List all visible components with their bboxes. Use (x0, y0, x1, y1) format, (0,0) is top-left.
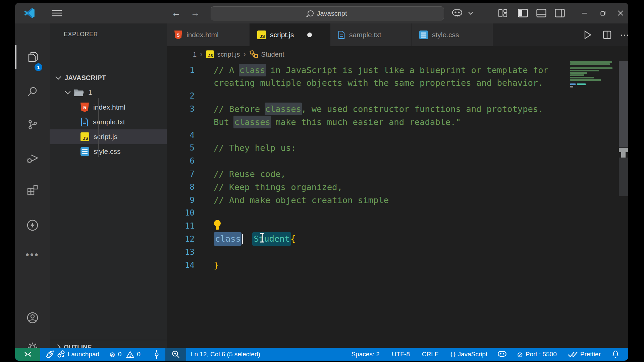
code-line[interactable]: 7// Reuse code, (167, 167, 572, 180)
code-editor[interactable]: 1// A class in JavaScript is just like a… (167, 62, 572, 348)
window-close-button[interactable] (613, 3, 628, 23)
indentation-item[interactable]: Spaces: 2 (351, 351, 380, 358)
code-line[interactable]: 5// They help us: (167, 141, 572, 155)
cursor-position-item[interactable]: Ln 12, Col 6 (5 selected) (191, 351, 260, 358)
window-minimize-button[interactable] (577, 3, 592, 23)
editor-scrollbar[interactable] (619, 46, 628, 348)
chevron-down-icon (65, 89, 71, 95)
js-file-icon: JS (206, 50, 214, 58)
problems-item[interactable]: ⊗ 0 0 (109, 351, 141, 358)
lightbulb-icon (214, 220, 221, 231)
customize-layout-icon[interactable] (495, 3, 510, 23)
line-number[interactable]: 14 (167, 260, 195, 270)
code-line[interactable]: 10 (167, 206, 572, 220)
port-label: Port : 5500 (526, 351, 557, 358)
code-line[interactable]: 2 (167, 89, 572, 103)
menu-hamburger-icon[interactable] (47, 3, 67, 23)
zoom-indicator[interactable] (165, 348, 186, 361)
code-line[interactable]: creating multiple objects with the same … (167, 76, 572, 89)
code-line[interactable]: 14} (167, 258, 572, 272)
line-number[interactable]: 5 (167, 143, 195, 153)
code-text: class Student{ (214, 234, 296, 245)
tree-folder-1[interactable]: 1 (50, 85, 183, 100)
code-text: But classes make this much easier and re… (214, 117, 461, 127)
status-bar: Launchpad ⊗ 0 0 Ln 12, Col 6 (5 selected… (15, 348, 628, 361)
minimap[interactable] (570, 53, 617, 227)
file-label: script.js (94, 133, 117, 141)
code-line[interactable]: 8// Keep things organized, (167, 180, 572, 193)
encoding-item[interactable]: UTF-8 (392, 351, 410, 358)
error-circle-icon: ⊗ (109, 351, 115, 358)
line-number[interactable]: 7 (167, 169, 195, 179)
extensions-icon[interactable] (15, 178, 50, 202)
editor-more-actions-icon[interactable]: ⋯ (618, 29, 628, 41)
run-debug-icon[interactable] (15, 146, 50, 170)
code-text: // A class in JavaScript is just like a … (214, 65, 548, 75)
thunder-client-icon[interactable] (15, 213, 50, 237)
tab-script-js[interactable]: JS script.js (250, 23, 330, 46)
remote-indicator[interactable] (15, 348, 40, 361)
breadcrumb-file[interactable]: script.js (217, 51, 240, 58)
line-number[interactable]: 11 (167, 221, 195, 231)
code-token: // Keep things organized, (214, 182, 342, 192)
source-control-icon[interactable] (15, 113, 50, 137)
antenna-icon[interactable] (154, 350, 159, 359)
search-view-icon[interactable] (15, 80, 50, 104)
line-number[interactable]: 10 (167, 208, 195, 218)
code-line[interactable]: 6 (167, 155, 572, 168)
more-views-icon[interactable]: ••• (15, 243, 50, 267)
modified-dot-icon[interactable] (307, 33, 312, 37)
tab-index-html[interactable]: 5 index.html (167, 23, 250, 46)
toggle-primary-sidebar-icon[interactable] (516, 3, 530, 23)
code-line[interactable]: 4 (167, 128, 572, 141)
copilot-status-icon[interactable] (497, 351, 507, 358)
line-number[interactable]: 9 (167, 195, 195, 205)
cursor-position-label: Ln 12, Col 6 (5 selected) (191, 351, 260, 358)
launchpad-item[interactable]: Launchpad (46, 350, 99, 359)
code-line[interactable]: 3// Before classes, we used constructor … (167, 102, 572, 115)
code-text: // Before classes, we used constructor f… (214, 104, 543, 114)
title-bar: ← → Javascript (15, 3, 628, 23)
code-line[interactable]: 9// And make object creation simple (167, 193, 572, 206)
code-line[interactable]: 13 (167, 245, 572, 258)
scrollbar-thumb[interactable] (619, 61, 628, 147)
toggle-secondary-sidebar-icon[interactable] (552, 3, 567, 23)
line-number[interactable]: 4 (167, 130, 195, 140)
code-line[interactable]: 12class Student{ (167, 232, 572, 245)
line-number[interactable]: 6 (167, 156, 195, 166)
code-line[interactable]: 11 (167, 220, 572, 233)
window-restore-button[interactable] (595, 3, 611, 23)
line-number[interactable]: 8 (167, 182, 195, 192)
breadcrumb-root[interactable]: 1 (193, 51, 197, 58)
split-editor-icon[interactable] (600, 29, 614, 41)
minimap-line (570, 83, 576, 85)
workspace-root[interactable]: JAVASCRIPT (50, 70, 173, 85)
navigate-forward-button[interactable]: → (187, 3, 204, 23)
eol-item[interactable]: CRLF (422, 351, 439, 358)
code-line[interactable]: But classes make this much easier and re… (167, 115, 572, 128)
symbol-class-icon (249, 50, 259, 59)
line-number[interactable]: 13 (167, 247, 195, 257)
chevron-down-icon[interactable] (466, 3, 476, 23)
command-center-search[interactable]: Javascript (211, 6, 444, 20)
tab-style-css[interactable]: style.css (412, 23, 493, 46)
breadcrumb-symbol[interactable]: Student (261, 51, 284, 58)
code-token: But (214, 117, 234, 127)
explorer-icon[interactable] (15, 45, 50, 69)
line-number[interactable]: 12 (167, 234, 195, 244)
navigate-back-button[interactable]: ← (168, 3, 184, 23)
code-line[interactable]: 1// A class in JavaScript is just like a… (167, 63, 572, 76)
accounts-icon[interactable] (15, 306, 50, 330)
toggle-panel-icon[interactable] (534, 3, 549, 23)
notifications-bell-icon[interactable] (611, 350, 620, 359)
line-number[interactable]: 2 (167, 91, 195, 101)
language-mode-item[interactable]: { } JavaScript (450, 351, 487, 358)
port-item[interactable]: ⊘ Port : 5500 (517, 351, 557, 358)
prettier-item[interactable]: Prettier (568, 351, 601, 358)
run-button[interactable] (581, 29, 594, 41)
code-token: // Before (214, 104, 265, 114)
copilot-icon[interactable] (449, 3, 465, 23)
line-number[interactable]: 3 (167, 104, 195, 114)
tab-sample-txt[interactable]: sample.txt (330, 23, 412, 46)
line-number[interactable]: 1 (167, 65, 195, 75)
